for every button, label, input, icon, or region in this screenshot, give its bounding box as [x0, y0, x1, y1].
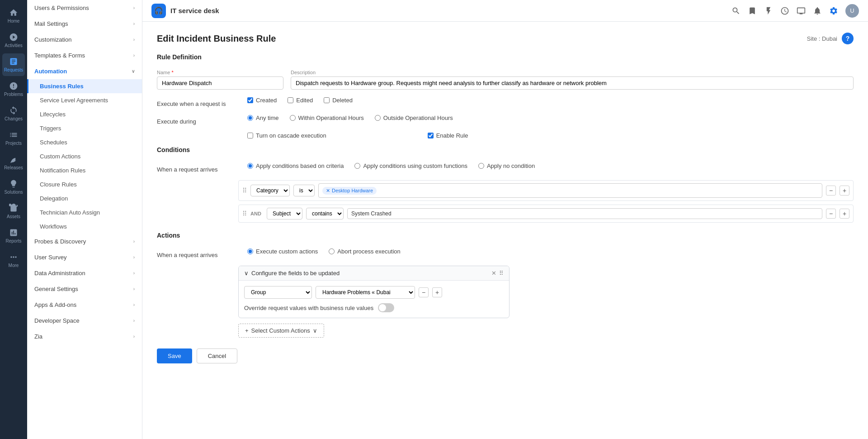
condition-value-2[interactable]: System Crashed: [347, 208, 822, 219]
settings-icon[interactable]: [829, 6, 838, 15]
sidebar-item-customization[interactable]: Customization ›: [27, 32, 142, 48]
cascade-checkbox[interactable]: [247, 133, 253, 138]
sidebar-subitem-workflows[interactable]: Workflows: [27, 220, 142, 234]
cancel-button[interactable]: Cancel: [197, 348, 237, 363]
condition-operator-2[interactable]: contains: [306, 208, 344, 220]
drag-handle-icon[interactable]: ⠿: [242, 187, 247, 194]
within-operational-radio[interactable]: [290, 115, 296, 121]
sidebar-templates-forms-label: Templates & Forms: [34, 52, 85, 59]
no-condition-radio-label[interactable]: Apply no condition: [478, 162, 535, 169]
outside-operational-radio-label[interactable]: Outside Operational Hours: [375, 115, 453, 121]
nav-activities[interactable]: Activities: [2, 29, 25, 52]
override-toggle[interactable]: [378, 303, 394, 312]
nav-reports[interactable]: Reports: [2, 224, 25, 247]
outside-operational-radio[interactable]: [375, 115, 381, 121]
no-condition-radio[interactable]: [478, 163, 484, 169]
remove-condition-2[interactable]: −: [826, 209, 836, 219]
add-condition-2[interactable]: +: [840, 209, 849, 219]
execute-custom-radio[interactable]: [247, 248, 253, 254]
nav-solutions[interactable]: Solutions: [2, 176, 25, 198]
execute-during-controls: Any time Within Operational Hours Outsid…: [247, 115, 453, 121]
nav-requests[interactable]: Requests: [2, 53, 25, 76]
close-card-icon[interactable]: ✕: [491, 270, 496, 277]
custom-functions-radio[interactable]: [354, 163, 360, 169]
deleted-checkbox[interactable]: [324, 97, 330, 103]
nav-more[interactable]: More: [2, 249, 25, 272]
lightning-icon[interactable]: [764, 6, 773, 15]
drag-handle-icon-2[interactable]: ⠿: [242, 210, 247, 217]
nav-projects[interactable]: Projects: [2, 127, 25, 149]
description-input[interactable]: [291, 76, 854, 90]
sidebar-item-user-survey[interactable]: User Survey ›: [27, 249, 142, 265]
bell-icon[interactable]: [813, 6, 822, 15]
help-button[interactable]: ?: [842, 33, 854, 44]
sidebar-subitem-lifecycles[interactable]: Lifecycles: [27, 107, 142, 121]
sidebar-item-automation[interactable]: Automation ∨: [27, 63, 142, 79]
chevron-right-icon: ›: [133, 5, 135, 10]
condition-operator-1[interactable]: is: [293, 185, 315, 196]
monitor-icon[interactable]: [797, 6, 806, 15]
sidebar-item-developer-space[interactable]: Developer Space ›: [27, 313, 142, 329]
edited-checkbox[interactable]: [288, 97, 293, 103]
bookmark-icon[interactable]: [748, 6, 757, 15]
edited-checkbox-label[interactable]: Edited: [288, 97, 313, 104]
any-time-radio[interactable]: [247, 115, 253, 121]
sidebar-item-general-settings[interactable]: General Settings ›: [27, 281, 142, 297]
add-condition-1[interactable]: +: [840, 186, 849, 196]
cascade-checkbox-label[interactable]: Turn on cascade execution: [247, 132, 326, 139]
condition-tag-close-1[interactable]: ✕: [326, 188, 330, 194]
sidebar-subitem-business-rules[interactable]: Business Rules: [27, 79, 142, 93]
select-custom-actions-button[interactable]: + Select Custom Actions ∨: [238, 324, 324, 338]
remove-condition-1[interactable]: −: [826, 186, 836, 196]
drag-card-icon[interactable]: ⠿: [499, 270, 504, 277]
clock-icon[interactable]: [780, 6, 789, 15]
sidebar-item-mail-settings[interactable]: Mail Settings ›: [27, 16, 142, 32]
condition-field-1[interactable]: Category: [250, 185, 290, 196]
deleted-checkbox-label[interactable]: Deleted: [324, 97, 353, 104]
nav-assets[interactable]: Assets: [2, 200, 25, 223]
avatar[interactable]: U: [845, 4, 859, 18]
abort-process-radio[interactable]: [329, 248, 335, 254]
sidebar-subitem-custom-actions[interactable]: Custom Actions: [27, 149, 142, 163]
action-value-select[interactable]: Hardware Problems « Dubai: [316, 286, 415, 299]
execute-custom-radio-label[interactable]: Execute custom actions: [247, 248, 318, 255]
sidebar-subitem-delegation[interactable]: Delegation: [27, 191, 142, 205]
abort-process-radio-label[interactable]: Abort process execution: [329, 248, 400, 255]
remove-action-field[interactable]: −: [419, 287, 429, 297]
criteria-radio[interactable]: [247, 163, 253, 169]
sidebar-subitem-schedules[interactable]: Schedules: [27, 135, 142, 149]
nav-problems[interactable]: Problems: [2, 78, 25, 100]
sidebar-item-apps-addons[interactable]: Apps & Add-ons ›: [27, 297, 142, 313]
sidebar-subitem-triggers[interactable]: Triggers: [27, 121, 142, 135]
sidebar-item-zia[interactable]: Zia ›: [27, 329, 142, 344]
save-button[interactable]: Save: [157, 348, 192, 363]
enable-rule-checkbox-label[interactable]: Enable Rule: [428, 132, 468, 139]
sidebar-subitem-sla[interactable]: Service Level Agreements: [27, 93, 142, 107]
sidebar-item-data-administration[interactable]: Data Administration ›: [27, 265, 142, 281]
criteria-radio-label[interactable]: Apply conditions based on criteria: [247, 162, 344, 169]
nav-releases[interactable]: Releases: [2, 151, 25, 174]
custom-functions-radio-label[interactable]: Apply conditions using custom functions: [354, 162, 467, 169]
sidebar-item-users-permissions[interactable]: Users & Permissions ›: [27, 0, 142, 16]
actions-when-arrives-row: When a request arrives Execute custom ac…: [157, 248, 854, 258]
name-input[interactable]: [157, 76, 283, 90]
nav-changes[interactable]: Changes: [2, 102, 25, 125]
condition-field-2[interactable]: Subject: [267, 208, 302, 220]
nav-home[interactable]: Home: [2, 5, 25, 27]
created-checkbox-label[interactable]: Created: [247, 97, 277, 104]
add-action-field[interactable]: +: [432, 287, 442, 297]
sidebar-item-templates-forms[interactable]: Templates & Forms ›: [27, 48, 142, 63]
sidebar-subitem-technician-auto-assign[interactable]: Technician Auto Assign: [27, 205, 142, 220]
sidebar-subitem-closure-rules[interactable]: Closure Rules: [27, 177, 142, 191]
search-icon[interactable]: [731, 6, 741, 15]
action-card-controls: ✕ ⠿: [491, 270, 504, 277]
any-time-radio-label[interactable]: Any time: [247, 115, 279, 121]
action-card-title-btn[interactable]: ∨ Configure the fields to be updated: [244, 270, 340, 277]
sidebar-item-probes-discovery[interactable]: Probes & Discovery ›: [27, 234, 142, 249]
sidebar-subitem-notification-rules[interactable]: Notification Rules: [27, 163, 142, 177]
within-operational-radio-label[interactable]: Within Operational Hours: [290, 115, 364, 121]
app-name: IT service desk: [170, 7, 219, 14]
action-field-select[interactable]: Group: [244, 286, 312, 299]
created-checkbox[interactable]: [247, 97, 253, 103]
enable-rule-checkbox[interactable]: [428, 133, 434, 138]
